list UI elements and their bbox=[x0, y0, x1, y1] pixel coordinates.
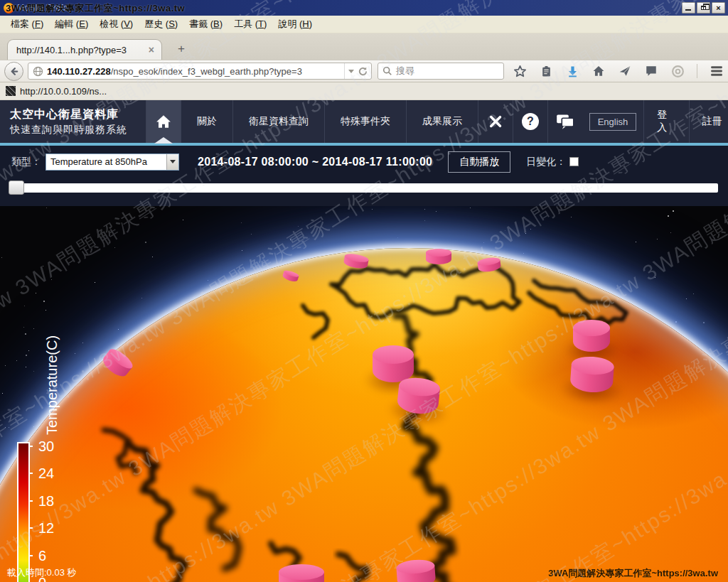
site-logo-line1: 太空中心衛星資料庫 bbox=[10, 107, 146, 122]
webgl-earth-canvas[interactable]: 3024181260−6−12−18−24−30 Temperature(C) … bbox=[0, 206, 728, 582]
toolbar-divider bbox=[697, 64, 697, 78]
nav-item-1[interactable]: 衛星資料查詢 bbox=[232, 100, 324, 143]
marker-top bbox=[279, 564, 324, 580]
menu-F[interactable]: 檔案 (F) bbox=[6, 16, 48, 33]
menu-H[interactable]: 說明 (H) bbox=[273, 16, 317, 33]
event-marker-cylinder[interactable] bbox=[373, 345, 414, 379]
browser-tab[interactable]: http://140.1...h.php?type=3 × bbox=[7, 39, 162, 60]
bookmark-star-icon[interactable] bbox=[513, 64, 527, 78]
back-button[interactable] bbox=[4, 62, 23, 81]
site-header: 太空中心衛星資料庫 快速查詢與即時服務系統 關於衛星資料查詢特殊事件夾成果展示 … bbox=[0, 100, 728, 146]
tab-label: http://140.1...h.php?type=3 bbox=[16, 45, 147, 55]
bookmark-favicon bbox=[6, 86, 16, 96]
url-dropdown-icon[interactable] bbox=[348, 70, 354, 73]
autoplay-button[interactable]: 自動播放 bbox=[448, 151, 510, 173]
menu-E[interactable]: 編輯 (E) bbox=[50, 16, 93, 33]
menu-T[interactable]: 工具 (T) bbox=[229, 16, 272, 33]
legend-value: 24 bbox=[38, 465, 54, 482]
new-tab-button[interactable]: + bbox=[172, 41, 191, 57]
site-logo[interactable]: 太空中心衛星資料庫 快速查詢與即時服務系統 bbox=[0, 100, 146, 143]
nav-item-3[interactable]: 成果展示 bbox=[406, 100, 478, 143]
type-select[interactable]: Temperature at 850hPa bbox=[46, 153, 179, 171]
question-icon: ? bbox=[522, 113, 539, 130]
url-text[interactable]: 140.110.27.228/nspo_esok/index_f3_webgl_… bbox=[47, 66, 344, 77]
nav-help-button[interactable]: ? bbox=[513, 100, 547, 143]
event-marker-cylinder[interactable] bbox=[569, 355, 614, 391]
nav-item-0[interactable]: 關於 bbox=[181, 100, 232, 143]
legend-gradient-bar bbox=[17, 442, 30, 582]
chevron-down-icon bbox=[170, 160, 176, 163]
bookmark-item[interactable]: http://10.0.0.109/ns... bbox=[20, 86, 107, 97]
time-slider-row bbox=[0, 178, 728, 206]
account-rings-icon[interactable] bbox=[670, 64, 685, 78]
event-marker-cylinder[interactable] bbox=[396, 559, 436, 582]
menu-B[interactable]: 書籤 (B) bbox=[184, 16, 228, 33]
marker-top bbox=[373, 345, 414, 364]
legend-tick bbox=[28, 527, 33, 529]
nav-feedback-button[interactable] bbox=[547, 100, 582, 143]
event-marker-cylinder[interactable] bbox=[426, 249, 451, 263]
active-tab-pointer bbox=[154, 137, 173, 144]
minimize-button[interactable] bbox=[682, 2, 695, 14]
tab-bar: http://140.1...h.php?type=3 × + bbox=[0, 33, 728, 60]
event-marker-cylinder[interactable] bbox=[573, 320, 610, 350]
legend-axis-title: Temperature(C) bbox=[44, 335, 60, 435]
date-range: 2014-08-17 08:00:00 ~ 2014-08-17 11:00:0… bbox=[198, 156, 432, 168]
menu-V[interactable]: 檢視 (V) bbox=[95, 16, 138, 33]
titlebar-watermark: 3WA問題解決專家工作室~https://3wa.tw bbox=[6, 2, 185, 15]
login-button[interactable]: 登入 bbox=[644, 100, 688, 143]
search-icon bbox=[382, 66, 392, 76]
url-host: 140.110.27.228 bbox=[47, 66, 111, 77]
nav-item-2[interactable]: 特殊事件夾 bbox=[324, 100, 406, 143]
event-marker-cylinder[interactable] bbox=[397, 376, 441, 413]
legend-tick bbox=[28, 446, 33, 447]
legend-value: 30 bbox=[38, 438, 54, 455]
coastlines bbox=[0, 248, 728, 582]
send-page-icon[interactable] bbox=[618, 64, 632, 78]
register-button[interactable]: 註冊 bbox=[689, 100, 728, 143]
earth-globe[interactable] bbox=[0, 248, 728, 582]
type-select-value: Temperature at 850hPa bbox=[46, 154, 166, 170]
select-dropdown-button[interactable] bbox=[166, 154, 178, 170]
control-bar: 類型： Temperature at 850hPa 2014-08-17 08:… bbox=[0, 146, 728, 178]
event-marker-cylinder[interactable] bbox=[279, 564, 324, 582]
load-time-status: 載入時間:0.03 秒 bbox=[7, 566, 77, 579]
nav-tools-button[interactable] bbox=[478, 100, 513, 143]
chat-bubble-icon[interactable] bbox=[644, 64, 658, 78]
restore-button[interactable] bbox=[697, 2, 710, 14]
language-button[interactable]: English bbox=[589, 113, 637, 131]
time-slider-track[interactable] bbox=[10, 183, 718, 193]
tools-icon bbox=[487, 113, 504, 130]
reading-list-icon[interactable] bbox=[539, 64, 553, 78]
back-arrow-icon bbox=[9, 66, 19, 77]
minimize-icon bbox=[685, 9, 691, 11]
site-logo-line2: 快速查詢與即時服務系統 bbox=[10, 124, 146, 136]
downloads-icon[interactable] bbox=[565, 64, 579, 78]
daily-variation-checkbox[interactable] bbox=[569, 157, 579, 166]
bookmarks-bar: http://10.0.0.109/ns... bbox=[0, 82, 728, 100]
reload-icon[interactable] bbox=[358, 66, 368, 77]
time-slider-handle[interactable] bbox=[9, 180, 24, 195]
tab-close-icon[interactable]: × bbox=[147, 44, 156, 55]
nav-home-tab[interactable] bbox=[146, 100, 181, 143]
legend-value: 6 bbox=[38, 547, 46, 564]
menu-S[interactable]: 歷史 (S) bbox=[139, 16, 183, 33]
marker-top bbox=[573, 320, 610, 336]
hamburger-menu-icon[interactable] bbox=[710, 64, 724, 78]
speech-bubbles-icon bbox=[556, 114, 574, 129]
home-icon[interactable] bbox=[592, 64, 606, 78]
search-box[interactable]: 搜尋 bbox=[378, 63, 504, 80]
close-button[interactable]: × bbox=[712, 2, 725, 14]
marker-top bbox=[426, 249, 451, 257]
daily-variation-label: 日變化： bbox=[526, 156, 566, 168]
bottom-watermark: 3WA問題解決專家工作室~https://3wa.tw bbox=[548, 567, 718, 580]
navigation-toolbar: 140.110.27.228/nspo_esok/index_f3_webgl_… bbox=[0, 60, 728, 82]
search-placeholder: 搜尋 bbox=[396, 65, 414, 77]
url-bar[interactable]: 140.110.27.228/nspo_esok/index_f3_webgl_… bbox=[28, 63, 372, 80]
menu-bar: 檔案 (F)編輯 (E)檢視 (V)歷史 (S)書籤 (B)工具 (T)說明 (… bbox=[0, 16, 728, 33]
legend-value: 18 bbox=[38, 492, 54, 509]
legend-tick bbox=[28, 500, 33, 502]
house-icon bbox=[156, 114, 171, 129]
url-path: /nspo_esok/index_f3_webgl_earth.php?type… bbox=[111, 66, 302, 77]
restore-icon bbox=[701, 6, 706, 10]
